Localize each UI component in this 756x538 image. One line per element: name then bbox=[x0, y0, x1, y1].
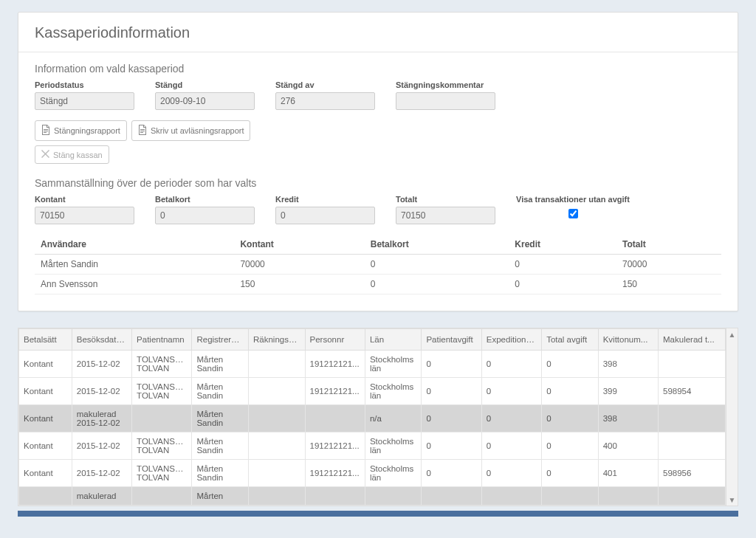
summary-cell-kontant: 70000 bbox=[234, 255, 364, 275]
grid-row[interactable]: Kontant2015-12-02TOLVANSS... TOLVANMårte… bbox=[19, 432, 726, 460]
grid-cell-patientavgift: 0 bbox=[422, 460, 481, 487]
grid-cell-besoksdatum: makulerad 2015-12-02 bbox=[72, 405, 131, 432]
gh-total-avgift[interactable]: Total avgift bbox=[542, 329, 599, 351]
grid-cell-betalsatt: Kontant bbox=[19, 460, 72, 487]
grid-cell-lan: n/a bbox=[365, 405, 422, 432]
grid-row[interactable]: Kontantmakulerad 2015-12-02Mårten Sandin… bbox=[19, 405, 726, 432]
grid-cell-patientnamn: TOLVANSS... TOLVAN bbox=[132, 351, 192, 378]
grid-cell-total_avgift: 0 bbox=[542, 405, 599, 432]
grid-cell-total_avgift: 0 bbox=[542, 460, 599, 487]
stangd-label: Stängd bbox=[155, 80, 255, 89]
periodstatus-label: Periodstatus bbox=[35, 80, 134, 89]
totalt-label: Totalt bbox=[396, 195, 495, 204]
grid-cell-expeditions bbox=[481, 487, 541, 506]
field-stangd-av: Stängd av bbox=[275, 80, 375, 110]
hdr-kontant: Kontant bbox=[234, 235, 364, 255]
summary-cell-betalkort: 0 bbox=[365, 255, 509, 275]
grid-cell-makulerad: 598954 bbox=[659, 378, 726, 405]
info-field-row: Periodstatus Stängd Stängd av Stängnings… bbox=[35, 80, 721, 110]
stangningsrapport-button[interactable]: Stängningsrapport bbox=[35, 120, 127, 141]
grid-cell-makulerad: 598956 bbox=[659, 460, 726, 487]
panel-body: Information om vald kassaperiod Periodst… bbox=[18, 52, 738, 311]
field-kredit: Kredit bbox=[275, 195, 375, 224]
summary-cell-kredit: 0 bbox=[509, 255, 616, 275]
grid-cell-expeditions: 0 bbox=[481, 432, 541, 460]
grid-cell-patientnamn: TOLVANSS... TOLVAN bbox=[132, 460, 192, 487]
summary-cell-totalt: 70000 bbox=[616, 255, 721, 275]
grid-cell-personnr: 191212121... bbox=[305, 460, 365, 487]
summary-field-row: Kontant Betalkort Kredit Totalt Visa tra… bbox=[35, 195, 721, 224]
footer-strip bbox=[18, 511, 738, 517]
stangd-av-input bbox=[275, 92, 375, 110]
gh-rakningsnu[interactable]: Räkningsnu... bbox=[249, 329, 306, 351]
summary-table: Användare Kontant Betalkort Kredit Total… bbox=[35, 235, 721, 294]
gh-patientnamn[interactable]: Patientnamn bbox=[132, 329, 192, 351]
gh-personnr[interactable]: Personnr bbox=[305, 329, 365, 351]
grid-row[interactable]: Kontant2015-12-02TOLVANSS... TOLVANMårte… bbox=[19, 378, 726, 405]
grid-cell-expeditions: 0 bbox=[481, 405, 541, 432]
summary-cell-anvandare: Mårten Sandin bbox=[35, 255, 234, 275]
grid-cell-personnr: 191212121... bbox=[305, 432, 365, 460]
grid-cell-registrerat: Mårten Sandin bbox=[192, 378, 249, 405]
grid-cell-registrerat: Mårten Sandin bbox=[192, 351, 249, 378]
stangningsrapport-label: Stängningsrapport bbox=[54, 126, 120, 135]
betalkort-label: Betalkort bbox=[155, 195, 255, 204]
grid-cell-kvittonum bbox=[598, 487, 658, 506]
skriv-ut-label: Skriv ut avläsningsrapport bbox=[151, 126, 244, 135]
stang-kassan-button: Stäng kassan bbox=[35, 145, 109, 164]
kommentar-input bbox=[396, 92, 495, 110]
grid-cell-kvittonum: 398 bbox=[598, 405, 658, 432]
visa-checkbox[interactable] bbox=[519, 209, 628, 218]
grid-row[interactable]: Kontant2015-12-02TOLVANSS... TOLVANMårte… bbox=[19, 351, 726, 378]
kredit-input bbox=[275, 207, 375, 224]
grid-cell-rakningsnu bbox=[249, 487, 306, 506]
gh-kvittonum[interactable]: Kvittonum... bbox=[598, 329, 658, 351]
gh-betalsatt[interactable]: Betalsätt bbox=[19, 329, 72, 351]
summary-cell-kredit: 0 bbox=[509, 275, 616, 294]
grid-cell-personnr bbox=[305, 405, 365, 432]
grid-cell-makulerad bbox=[659, 351, 726, 378]
hdr-betalkort: Betalkort bbox=[365, 235, 509, 255]
gh-lan[interactable]: Län bbox=[365, 329, 422, 351]
gh-expeditions[interactable]: Expeditions... bbox=[481, 329, 541, 351]
gh-besoksdatum[interactable]: Besöksdatum bbox=[72, 329, 131, 351]
scroll-down-icon[interactable]: ▼ bbox=[726, 494, 738, 506]
stangd-input bbox=[155, 92, 255, 110]
periodstatus-input bbox=[35, 92, 134, 110]
grid-cell-betalsatt: Kontant bbox=[19, 378, 72, 405]
grid-cell-personnr bbox=[305, 487, 365, 506]
grid-cell-expeditions: 0 bbox=[481, 351, 541, 378]
grid-cell-expeditions: 0 bbox=[481, 378, 541, 405]
gh-makulerad[interactable]: Makulerad t... bbox=[659, 329, 726, 351]
hdr-kredit: Kredit bbox=[509, 235, 616, 255]
grid-cell-rakningsnu bbox=[249, 405, 306, 432]
gh-registrerat[interactable]: Registrerat ... bbox=[192, 329, 249, 351]
grid-row[interactable]: Kontant2015-12-02TOLVANSS... TOLVANMårte… bbox=[19, 460, 726, 487]
field-betalkort: Betalkort bbox=[155, 195, 255, 224]
grid-cell-registrerat: Mårten bbox=[192, 487, 249, 506]
summary-header-row: Användare Kontant Betalkort Kredit Total… bbox=[35, 235, 721, 255]
page-title: Kassaperiodinformation bbox=[35, 24, 721, 41]
field-totalt: Totalt bbox=[396, 195, 495, 224]
gh-patientavgift[interactable]: Patientavgift bbox=[422, 329, 481, 351]
grid-cell-kvittonum: 401 bbox=[598, 460, 658, 487]
field-stangd: Stängd bbox=[155, 80, 255, 110]
transactions-grid: Betalsätt Besöksdatum Patientnamn Regist… bbox=[18, 328, 738, 506]
grid-cell-total_avgift: 0 bbox=[542, 351, 599, 378]
grid-cell-total_avgift bbox=[542, 487, 599, 506]
grid-cell-patientnamn: TOLVANSS... TOLVAN bbox=[132, 432, 192, 460]
grid-cell-patientnamn bbox=[132, 487, 192, 506]
grid-header-row: Betalsätt Besöksdatum Patientnamn Regist… bbox=[19, 329, 726, 351]
grid-cell-patientavgift: 0 bbox=[422, 432, 481, 460]
scroll-up-icon[interactable]: ▲ bbox=[726, 328, 738, 340]
grid-row[interactable]: makuleradMårten bbox=[19, 487, 726, 506]
grid-scrollbar[interactable]: ▲ ▼ bbox=[726, 328, 738, 506]
document-icon bbox=[41, 125, 50, 137]
skriv-ut-button[interactable]: Skriv ut avläsningsrapport bbox=[131, 120, 251, 141]
kontant-input bbox=[35, 207, 134, 224]
summary-cell-anvandare: Ann Svensson bbox=[35, 275, 234, 294]
grid-cell-kvittonum: 400 bbox=[598, 432, 658, 460]
grid-cell-rakningsnu bbox=[249, 378, 306, 405]
grid-cell-betalsatt bbox=[19, 487, 72, 506]
grid-cell-registrerat: Mårten Sandin bbox=[192, 405, 249, 432]
